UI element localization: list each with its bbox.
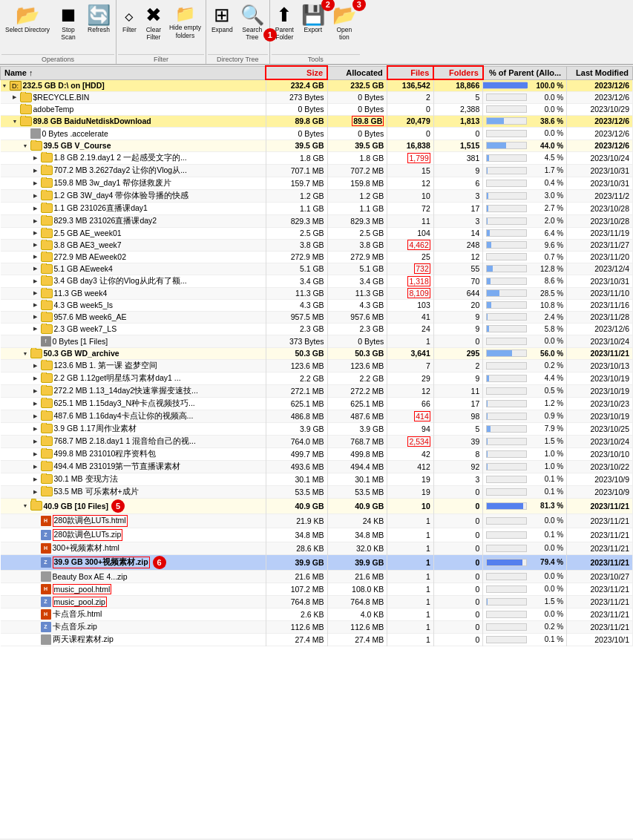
table-row[interactable]: ▼D:232.5 GB D:\ on [HDD]232.4 GB232.5 GB… [1,79,633,91]
col-header-folders[interactable]: Folders [433,66,483,79]
table-row[interactable]: H300+视频素材.html28.6 KB32.0 KB10 0.0 % 202… [1,542,633,554]
toolbar: 📂 Select Directory ⏹ StopScan 🔄 Refresh … [0,0,633,65]
table-row[interactable]: ▶1.2 GB 3W_day4 带你体验导播的快感1.2 GB1.2 GB103… [1,189,633,202]
table-row[interactable]: ▶11.3 GB week411.3 GB11.3 GB8,109644 28.… [1,287,633,299]
table-row[interactable]: ▶53.5 MB 可乐素材+成片53.5 MB53.5 MB190 0.1 % … [1,485,633,498]
folders-cell: 20 [433,299,483,311]
col-header-allocated[interactable]: Allocated [327,66,387,79]
table-row[interactable]: ▶1.1 GB 231026直播课day11.1 GB1.1 GB7217 2.… [1,202,633,214]
hide-empty-button[interactable]: 📁 Hide emptyfolders [166,2,204,41]
allocated-cell: 32.0 KB [327,542,387,554]
table-row[interactable]: f0 Bytes [1 Files]373 Bytes0 Bytes10 0.0… [1,335,633,347]
table-row[interactable]: ▶272.9 MB AEweek02272.9 MB272.9 MB2512 0… [1,251,633,263]
table-row[interactable]: Z卡点音乐.zip112.6 MB112.6 MB10 0.2 % 2023/1… [1,620,633,633]
folders-cell: 0 [433,554,483,570]
table-row[interactable]: ▶625.1 MB 1.15day3_N种卡点视频技巧...625.1 MB62… [1,397,633,410]
table-row[interactable]: Zmusic_pool.zip764.8 MB764.8 MB10 1.5 % … [1,595,633,608]
expand-button[interactable]: ⊞ Expand [208,2,237,35]
table-row[interactable]: H卡点音乐.html2.6 KB4.0 KB10 0.0 % 2023/11/2… [1,608,633,620]
allocated-cell: 1.8 GB [327,151,387,164]
expand-icon: ⊞ [214,4,230,26]
select-directory-label: Select Directory [5,26,50,33]
table-row[interactable]: ▶159.8 MB 3w_day1 帮你拯救废片159.7 MB159.8 MB… [1,177,633,189]
pct-cell: 0.0 % [483,91,567,103]
hide-empty-icon: 📁 [175,4,195,24]
table-row[interactable]: ▶1.8 GB 2.19.day1 2 一起感受文字的...1.8 GB1.8 … [1,151,633,164]
name-cell: ▶272.9 MB AEweek02 [1,251,266,263]
name-cell: ▶3.8 GB AE3_week7 [1,239,266,251]
col-header-files[interactable]: Files [387,66,434,79]
table-row[interactable]: ▼40.9 GB [10 Files]540.9 GB40.9 GB100 81… [1,498,633,513]
pct-cell: 0.1 % [483,473,567,485]
file-table: Name ↑ Size Allocated Files Folders % of… [0,65,633,646]
refresh-button[interactable]: 🔄 Refresh [83,2,114,35]
allocated-cell: 1.1 GB [327,202,387,214]
table-row[interactable]: ▶2.5 GB AE_week012.5 GB2.5 GB10414 6.4 %… [1,227,633,239]
allocated-cell: 30.1 MB [327,473,387,485]
pct-cell: 2.7 % [483,202,567,214]
table-row[interactable]: Beauty Box AE 4...zip21.6 MB21.6 MB10 0.… [1,570,633,583]
table-row[interactable]: ▶3.9 GB 1.17周作业素材3.9 GB3.9 GB945 7.9 % 2… [1,422,633,435]
select-directory-button[interactable]: 📂 Select Directory [1,2,53,35]
size-cell: 3.4 GB [266,275,327,287]
table-row[interactable]: ▶123.6 MB 1. 第一课 盗梦空间123.6 MB123.6 MB72 … [1,359,633,372]
pct-cell: 0.2 % [483,359,567,372]
table-row[interactable]: ▶487.6 MB 1.16day4卡点让你的视频高...486.8 MB487… [1,410,633,422]
allocated-cell: 27.4 MB [327,633,387,646]
table-row[interactable]: ▶957.6 MB week6_AE957.5 MB957.6 MB419 2.… [1,311,633,323]
files-cell: 412 [387,460,434,473]
modified-cell: 2023/10/9 [567,473,633,485]
table-row[interactable]: 两天课程素材.zip27.4 MB27.4 MB10 0.1 % 2023/10… [1,633,633,646]
table-row[interactable]: ▶829.3 MB 231026直播课day2829.3 MB829.3 MB1… [1,214,633,227]
name-cell: Z39.9 GB 300+视频素材.zip6 [1,554,266,570]
table-row[interactable]: ▼50.3 GB WD_archive50.3 GB50.3 GB3,64129… [1,347,633,359]
export-button[interactable]: 💾 Export 2 [298,2,329,35]
table-row[interactable]: ▶2.2 GB 1.12get明星练习素材day1 ...2.2 GB2.2 G… [1,372,633,384]
table-row[interactable]: Z39.9 GB 300+视频素材.zip639.9 GB39.9 GB10 7… [1,554,633,570]
table-row[interactable]: H280款调色LUTs.html21.9 KB24 KB10 0.0 % 202… [1,513,633,528]
size-cell: 21.9 KB [266,513,327,528]
stop-scan-button[interactable]: ⏹ StopScan [53,2,83,42]
table-row[interactable]: adobeTemp0 Bytes0 Bytes02,388 0.0 % 2023… [1,103,633,115]
table-row[interactable]: ▶272.2 MB 1.13_14day2快速掌握变速技...272.1 MB2… [1,384,633,397]
table-row[interactable]: ▶494.4 MB 231019第一节直播课素材493.6 MB494.4 MB… [1,460,633,473]
folders-cell: 0 [433,620,483,633]
modified-cell: 2023/10/31 [567,275,633,287]
filter-button[interactable]: ⬦ Filter [118,2,141,35]
size-cell: 50.3 GB [266,347,327,359]
open-button[interactable]: 📂 Opention 3 [329,2,360,42]
table-row[interactable]: 0 Bytes .accelerate0 Bytes0 Bytes00 0.0 … [1,127,633,140]
table-row[interactable]: ▼89.8 GB BaiduNetdiskDownload89.8 GB89.8… [1,115,633,127]
table-row[interactable]: ▶707.2 MB 3.2627day2 让你的Vlog从...707.1 MB… [1,164,633,177]
pct-cell: 0.2 % [483,620,567,633]
table-row[interactable]: ▶4.3 GB week5_ls4.3 GB4.3 GB10320 10.8 %… [1,299,633,311]
pct-cell: 0.7 % [483,251,567,263]
col-header-name[interactable]: Name ↑ [1,66,266,79]
allocated-cell: 11.3 GB [327,287,387,299]
table-row[interactable]: ▶$RECYCLE.BIN273 Bytes0 Bytes25 0.0 % 20… [1,91,633,103]
col-header-pct[interactable]: % of Parent (Allo... [483,66,567,79]
clear-filter-button[interactable]: ✖ ClearFilter [141,2,166,42]
folders-cell: 9 [433,323,483,335]
folders-cell: 70 [433,275,483,287]
pct-cell: 100.0 % [483,79,567,91]
table-row[interactable]: ▼39.5 GB V_Course39.5 GB39.5 GB16,8381,5… [1,140,633,151]
table-row[interactable]: Z280款调色LUTs.zip34.8 MB34.8 MB10 0.1 % 20… [1,528,633,542]
table-row[interactable]: ▶768.7 MB 2.18.day1 1 混音给自己的视...764.0 MB… [1,435,633,447]
table-row[interactable]: ▶3.4 GB day3 让你的Vlog从此有了额...3.4 GB3.4 GB… [1,275,633,287]
table-row[interactable]: ▶5.1 GB AEweek45.1 GB5.1 GB73255 12.8 % … [1,263,633,275]
folders-cell: 3 [433,214,483,227]
allocated-cell: 50.3 GB [327,347,387,359]
size-cell: 625.1 MB [266,397,327,410]
table-row[interactable]: ▶30.1 MB 变现方法30.1 MB30.1 MB193 0.1 % 202… [1,473,633,485]
table-row[interactable]: ▶2.3 GB week7_LS2.3 GB2.3 GB249 5.8 % 20… [1,323,633,335]
pct-cell: 7.9 % [483,422,567,435]
allocated-cell: 0 Bytes [327,127,387,140]
table-row[interactable]: ▶3.8 GB AE3_week73.8 GB3.8 GB4,462248 9.… [1,239,633,251]
col-header-modified[interactable]: Last Modified [567,66,633,79]
files-cell: 1 [387,608,434,620]
table-row[interactable]: Hmusic_pool.html107.2 MB108.0 KB10 0.0 %… [1,583,633,595]
col-header-size[interactable]: Size [266,66,327,79]
table-row[interactable]: ▶499.8 MB 231010程序资料包499.7 MB499.8 MB428… [1,447,633,460]
allocated-cell: 4.3 GB [327,299,387,311]
